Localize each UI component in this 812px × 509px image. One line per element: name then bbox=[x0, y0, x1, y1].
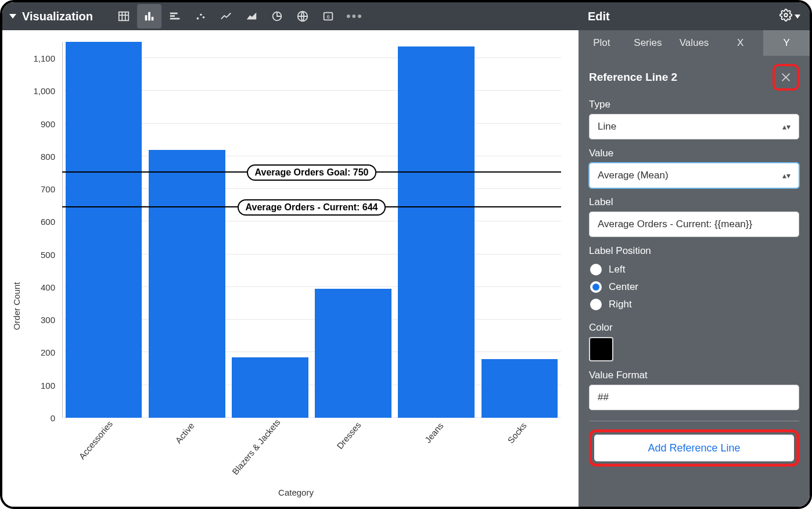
visualization-toolbar: Visualization 6 ••• bbox=[2, 2, 579, 30]
bar[interactable] bbox=[66, 42, 142, 418]
svg-rect-9 bbox=[170, 18, 180, 20]
edit-header: Edit bbox=[579, 2, 810, 30]
radio-label: Left bbox=[609, 264, 625, 275]
x-axis-label: Category bbox=[25, 488, 567, 501]
visualization-title: Visualization bbox=[22, 10, 93, 23]
reference-line-label: Average Orders Goal: 750 bbox=[247, 164, 377, 181]
add-reference-line-label: Add Reference Line bbox=[648, 442, 740, 454]
edit-panel: Edit PlotSeriesValuesXY Reference Line 2 bbox=[579, 2, 810, 507]
bar[interactable] bbox=[232, 357, 308, 418]
y-tick: 400 bbox=[41, 282, 55, 292]
visualization-area: Visualization 6 ••• Order Count 01002003… bbox=[2, 2, 579, 507]
value-value: Average (Mean) bbox=[598, 170, 669, 181]
value-select[interactable]: Average (Mean) ▴▾ bbox=[589, 163, 799, 188]
label-field-label: Label bbox=[589, 196, 799, 208]
type-select[interactable]: Line ▴▾ bbox=[589, 114, 799, 139]
y-tick: 700 bbox=[41, 184, 55, 194]
chevron-down-icon bbox=[795, 15, 800, 19]
svg-point-17 bbox=[784, 13, 788, 17]
x-tick-label: Active bbox=[173, 421, 196, 445]
bar[interactable] bbox=[482, 359, 558, 418]
label-position-radios: LeftCenterRight bbox=[589, 260, 799, 314]
table-icon[interactable] bbox=[112, 4, 136, 28]
radio-left[interactable]: Left bbox=[590, 264, 798, 275]
edit-title: Edit bbox=[588, 10, 610, 23]
y-ticks: 01002003004005006007008009001,0001,100 bbox=[25, 42, 60, 418]
radio-icon bbox=[590, 264, 602, 275]
section-title: Reference Line 2 bbox=[589, 71, 677, 84]
tab-plot[interactable]: Plot bbox=[579, 30, 625, 56]
radio-icon bbox=[590, 281, 602, 293]
scatter-icon[interactable] bbox=[188, 4, 213, 28]
tab-series[interactable]: Series bbox=[625, 30, 671, 56]
svg-rect-0 bbox=[119, 12, 129, 21]
x-tick: Accessories bbox=[62, 418, 145, 488]
svg-rect-6 bbox=[152, 17, 154, 20]
y-tick: 1,100 bbox=[33, 53, 55, 63]
color-group: Color bbox=[589, 322, 799, 361]
updown-icon: ▴▾ bbox=[782, 122, 791, 131]
bar[interactable] bbox=[315, 289, 391, 418]
value-label: Value bbox=[589, 148, 799, 159]
tab-y[interactable]: Y bbox=[763, 30, 810, 56]
visualization-title-toggle[interactable]: Visualization bbox=[9, 10, 93, 23]
label-field-group: Label bbox=[589, 196, 799, 237]
y-tick: 100 bbox=[41, 380, 55, 390]
svg-rect-7 bbox=[170, 13, 178, 15]
column-chart-icon[interactable] bbox=[137, 4, 161, 28]
radio-label: Center bbox=[609, 281, 638, 293]
value-format-input[interactable] bbox=[589, 385, 799, 410]
radio-label: Right bbox=[609, 299, 632, 310]
bar-slot bbox=[62, 42, 145, 418]
bar[interactable] bbox=[398, 46, 475, 418]
type-field: Type Line ▴▾ bbox=[589, 99, 799, 139]
x-tick: Blazers & Jackets bbox=[228, 418, 311, 488]
section-header: Reference Line 2 bbox=[589, 64, 799, 91]
tab-x[interactable]: X bbox=[717, 30, 764, 56]
svg-point-10 bbox=[196, 17, 199, 20]
area-chart-icon[interactable] bbox=[239, 4, 264, 28]
x-tick-label: Dresses bbox=[335, 420, 362, 451]
chart-wrap: Order Count 0100200300400500600700800900… bbox=[2, 30, 579, 507]
x-tick-label: Socks bbox=[506, 421, 529, 445]
label-input[interactable] bbox=[589, 212, 799, 237]
single-value-icon[interactable]: 6 bbox=[316, 4, 340, 28]
settings-gear-button[interactable] bbox=[779, 9, 800, 24]
y-tick: 800 bbox=[41, 151, 55, 161]
value-field: Value Average (Mean) ▴▾ bbox=[589, 148, 799, 188]
bar-slot bbox=[145, 42, 228, 418]
plot-inner: Average Orders Goal: 750Average Orders -… bbox=[62, 42, 561, 418]
svg-text:6: 6 bbox=[326, 14, 329, 20]
x-tick: Jeans bbox=[395, 418, 478, 488]
line-chart-icon[interactable] bbox=[214, 4, 238, 28]
type-label: Type bbox=[589, 99, 799, 110]
x-tick-label: Blazers & Jackets bbox=[230, 417, 282, 476]
color-swatch[interactable] bbox=[589, 337, 613, 361]
label-position-group: Label Position LeftCenterRight bbox=[589, 245, 799, 314]
y-tick: 1,000 bbox=[33, 86, 55, 96]
plot-area: 01002003004005006007008009001,0001,100 A… bbox=[25, 42, 567, 418]
bar[interactable] bbox=[149, 150, 225, 418]
x-tick: Socks bbox=[478, 418, 561, 488]
tab-values[interactable]: Values bbox=[671, 30, 717, 56]
y-tick: 300 bbox=[41, 315, 55, 325]
x-tick: Active bbox=[145, 418, 228, 488]
edit-tabs: PlotSeriesValuesXY bbox=[579, 30, 810, 56]
y-axis-label: Order Count bbox=[8, 42, 25, 501]
x-tick: Dresses bbox=[312, 418, 395, 488]
bar-slot bbox=[395, 42, 478, 418]
x-tick-label: Jeans bbox=[423, 421, 445, 445]
y-tick: 0 bbox=[51, 413, 55, 423]
y-tick: 600 bbox=[41, 217, 55, 227]
radio-center[interactable]: Center bbox=[590, 281, 798, 293]
x-tick-label: Accessories bbox=[77, 419, 114, 461]
bar-chart-icon[interactable] bbox=[163, 4, 187, 28]
chart-type-icons: 6 bbox=[112, 4, 340, 28]
radio-right[interactable]: Right bbox=[590, 299, 798, 310]
bars bbox=[62, 42, 561, 418]
more-icon[interactable]: ••• bbox=[342, 9, 368, 24]
map-icon[interactable] bbox=[290, 4, 315, 28]
add-reference-line-button[interactable]: Add Reference Line bbox=[594, 435, 794, 461]
pie-chart-icon[interactable] bbox=[265, 4, 289, 28]
close-button[interactable] bbox=[776, 67, 796, 87]
